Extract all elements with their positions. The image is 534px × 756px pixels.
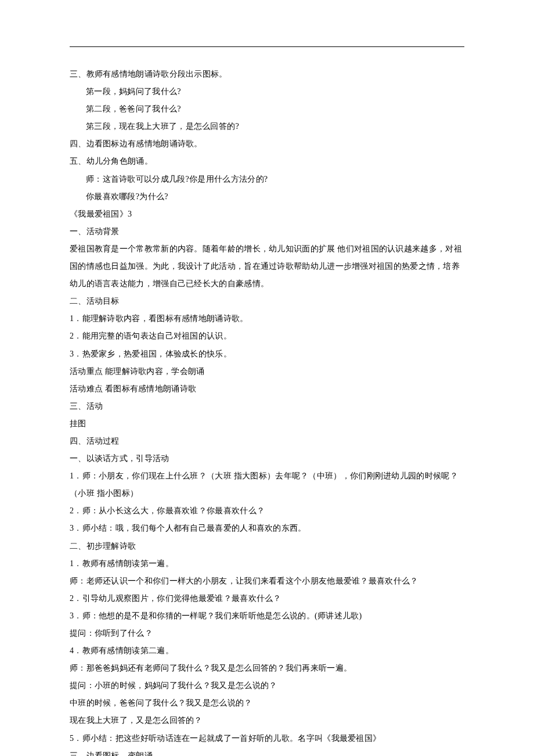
text-line: 4．教师有感情朗读第二遍。 — [70, 642, 464, 660]
text-line: 五、幼儿分角色朗诵。 — [70, 153, 464, 170]
text-line: 提问：你听到了什么？ — [70, 625, 464, 642]
text-line: 三、活动 — [70, 398, 464, 415]
text-line: 活动重点 能理解诗歌内容，学会朗诵 — [70, 363, 464, 380]
text-line: 第一段，妈妈问了我什么? — [70, 83, 464, 100]
text-line: 你最喜欢哪段?为什么? — [70, 188, 464, 206]
text-line: 二、活动目标 — [70, 293, 464, 310]
text-line: 师：那爸爸妈妈还有老师问了我什么？我又是怎么回答的？我们再来听一遍。 — [70, 660, 464, 677]
text-line: 二、初步理解诗歌 — [70, 538, 464, 555]
text-line: 爱祖国教育是一个常教常新的内容。随着年龄的增长，幼儿知识面的扩展 他们对祖国的认… — [70, 240, 464, 293]
text-line: 2．引导幼儿观察图片，你们觉得他最爱谁？最喜欢什么？ — [70, 590, 464, 607]
text-line: 师：这首诗歌可以分成几段?你是用什么方法分的? — [70, 171, 464, 188]
text-line: 2．师：从小长这么大，你最喜欢谁？你最喜欢什么？ — [70, 502, 464, 520]
text-line: 三、边看图标，变朗诵 — [70, 747, 464, 756]
text-line: 挂图 — [70, 415, 464, 433]
top-divider — [70, 46, 464, 47]
text-line: 师：老师还认识一个和你们一样大的小朋友，让我们来看看这个小朋友他最爱谁？最喜欢什… — [70, 573, 464, 590]
text-line: 1．能理解诗歌内容，看图标有感情地朗诵诗歌。 — [70, 310, 464, 327]
text-line: 第三段，现在我上大班了，是怎么回答的? — [70, 118, 464, 135]
text-line: 1．教师有感情朗读第一遍。 — [70, 555, 464, 573]
text-line: 5．师小结：把这些好听动话连在一起就成了一首好听的儿歌。名字叫《我最爱祖国》 — [70, 730, 464, 747]
text-line: 3．热爱家乡，热爱祖国，体验成长的快乐。 — [70, 345, 464, 363]
document-content: 三、教师有感情地朗诵诗歌分段出示图标。第一段，妈妈问了我什么?第二段，爸爸问了我… — [70, 66, 464, 756]
text-line: 《我最爱祖国》3 — [70, 206, 464, 223]
text-line: 第二段，爸爸问了我什么? — [70, 100, 464, 118]
text-line: 现在我上大班了，又是怎么回答的？ — [70, 712, 464, 729]
text-line: 一、活动背景 — [70, 223, 464, 240]
text-line: 3．师小结：哦，我们每个人都有自己最喜爱的人和喜欢的东西。 — [70, 520, 464, 537]
text-line: 四、活动过程 — [70, 433, 464, 450]
text-line: 四、边看图标边有感情地朗诵诗歌。 — [70, 135, 464, 153]
text-line: 3．师：他想的是不是和你猜的一样呢？我们来听听他是怎么说的。(师讲述儿歌) — [70, 607, 464, 625]
text-line: 三、教师有感情地朗诵诗歌分段出示图标。 — [70, 66, 464, 83]
text-line: 活动难点 看图标有感情地朗诵诗歌 — [70, 380, 464, 398]
text-line: 提问：小班的时候，妈妈问了我什么？我又是怎么说的？ — [70, 677, 464, 694]
text-line: 中班的时候，爸爸问了我什么？我又是怎么说的？ — [70, 694, 464, 712]
text-line: 1．师：小朋友，你们现在上什么班？（大班 指大图标）去年呢？（中班），你们刚刚进… — [70, 467, 464, 502]
document-page: 三、教师有感情地朗诵诗歌分段出示图标。第一段，妈妈问了我什么?第二段，爸爸问了我… — [0, 0, 534, 756]
text-line: 一、以谈话方式，引导活动 — [70, 450, 464, 467]
text-line: 2．能用完整的语句表达自己对祖国的认识。 — [70, 327, 464, 345]
